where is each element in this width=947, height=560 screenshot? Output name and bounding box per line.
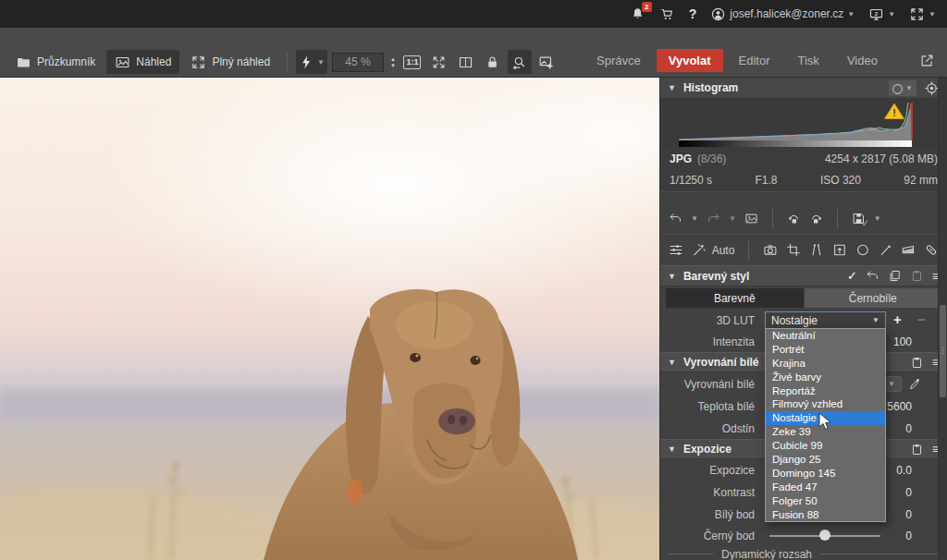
mouse-cursor [818, 412, 832, 434]
redo-icon[interactable] [707, 212, 720, 225]
radial-filter-icon[interactable] [855, 242, 870, 258]
redo-history-dropdown[interactable]: ▼ [729, 214, 736, 223]
store-button[interactable] [659, 6, 675, 22]
healing-bandaid-icon[interactable] [924, 242, 939, 258]
explorer-button[interactable]: Průzkumník [7, 50, 104, 74]
lut-option[interactable]: Django 25 [766, 453, 885, 467]
preview-button[interactable]: Náhled [106, 50, 179, 74]
fit-to-screen-button[interactable] [427, 50, 451, 74]
module-tabs: SprávceVyvolatEditorTiskVideo [584, 49, 890, 74]
lut-option[interactable]: Živé barvy [766, 371, 885, 384]
gradient-filter-icon[interactable] [901, 242, 916, 258]
tab-vyvolat[interactable]: Vyvolat [657, 49, 723, 72]
lut-option[interactable]: Folger 50 [766, 494, 885, 508]
exposure-title: Expozice [683, 443, 732, 456]
lut-option[interactable]: Reportáž [766, 384, 885, 398]
aperture: F1.8 [755, 174, 777, 187]
lut-option[interactable]: Portrét [766, 343, 885, 357]
save-button[interactable]: ✓ [852, 212, 866, 225]
adjustments-icon[interactable] [669, 242, 683, 258]
eyedropper-icon[interactable] [908, 377, 922, 391]
reset-icon[interactable] [866, 269, 879, 283]
exposure-value[interactable]: 0.0 [896, 464, 912, 477]
enabled-check-icon[interactable]: ✓ [847, 269, 857, 283]
tab-video[interactable]: Video [835, 49, 890, 72]
photo-canvas[interactable] [0, 78, 659, 560]
scrollbar-thumb[interactable] [940, 305, 946, 397]
collapse-caret-icon[interactable]: ▼ [668, 358, 676, 367]
auto-wand-icon[interactable] [692, 242, 707, 258]
color-style-panel-header[interactable]: ▼ Barevný styl ✓ ≡ [660, 265, 947, 286]
zoom-stepper[interactable]: ▲▼ [388, 56, 398, 68]
lut-select[interactable]: Nostalgie ▼ [765, 311, 886, 329]
auto-enhance-button[interactable]: Auto [712, 244, 735, 257]
tab-tisk[interactable]: Tisk [786, 49, 831, 72]
intensity-label: Intenzita [668, 335, 762, 348]
crop-icon[interactable] [786, 242, 801, 258]
tab-správce[interactable]: Správce [584, 49, 653, 72]
deform-frame-icon[interactable] [832, 242, 847, 258]
color-style-title: Barevný styl [683, 270, 749, 283]
top-bar: 2 ? josef.halicek@zoner.cz ▼ 2 ▼ ▼ [0, 0, 947, 28]
save-options-dropdown[interactable]: ▼ [874, 214, 881, 223]
lut-option[interactable]: Cubicle 99 [766, 439, 885, 453]
histogram-panel-header[interactable]: ▼ Histogram ◯▼ [660, 78, 947, 99]
tab-editor[interactable]: Editor [727, 49, 782, 72]
camera-icon[interactable] [763, 242, 778, 258]
rotate-left-icon[interactable] [787, 212, 801, 225]
collapse-caret-icon[interactable]: ▼ [668, 272, 676, 281]
histogram-plot[interactable]: ! [660, 99, 947, 148]
sidebar-scrollbar[interactable] [938, 78, 947, 560]
full-preview-button[interactable]: Plný náhled [182, 50, 278, 74]
lut-option[interactable]: Faded 47 [766, 481, 885, 494]
notifications-button[interactable]: 2 [630, 6, 646, 22]
quick-edits-button[interactable]: ▼ [296, 50, 327, 74]
original-image-icon[interactable] [744, 212, 758, 225]
tint-value[interactable]: 0 [905, 422, 912, 435]
straighten-icon[interactable] [809, 242, 824, 258]
zoom-100-button[interactable]: 1:1 [400, 50, 424, 74]
paste-icon[interactable] [910, 443, 924, 457]
user-icon [710, 6, 726, 22]
lut-option[interactable]: Filmový vzhled [766, 397, 885, 411]
chevron-down-icon: ▼ [317, 58, 325, 67]
undo-icon[interactable] [669, 212, 683, 225]
filter-brush-icon[interactable] [879, 242, 893, 258]
zoom-level-field[interactable]: 45 % [332, 53, 384, 72]
help-button[interactable]: ? [689, 6, 697, 21]
account-menu[interactable]: josef.halicek@zoner.cz ▼ [710, 6, 855, 22]
split-view-button[interactable] [454, 50, 478, 74]
lut-option[interactable]: Neutrální [766, 329, 885, 343]
lut-option[interactable]: Fusion 88 [766, 508, 885, 522]
paste-icon[interactable] [910, 269, 924, 283]
shutter-speed: 1/1250 s [670, 174, 712, 187]
temperature-value[interactable]: 5600 [887, 400, 912, 413]
tab-color[interactable]: Barevně [666, 288, 804, 308]
collapse-caret-icon[interactable]: ▼ [668, 444, 676, 454]
white-point-value[interactable]: 0 [905, 508, 912, 521]
fullscreen-menu[interactable]: ▼ [909, 6, 936, 22]
compare-loupe-button[interactable] [508, 50, 532, 74]
paste-icon[interactable] [910, 356, 924, 370]
contrast-value[interactable]: 0 [905, 486, 912, 499]
histogram-source-button[interactable]: ◯▼ [889, 80, 916, 96]
copy-icon[interactable] [888, 269, 902, 283]
lut-option[interactable]: Domingo 145 [766, 467, 885, 481]
undock-panel-button[interactable] [916, 48, 940, 72]
lock-preview-button[interactable] [481, 50, 505, 74]
black-point-slider-handle[interactable] [819, 530, 830, 541]
notification-badge: 2 [642, 2, 652, 12]
black-point-value[interactable]: 0 [905, 530, 912, 542]
preview-settings-button[interactable] [535, 50, 559, 74]
lut-option[interactable]: Krajina [766, 357, 885, 371]
white-balance-title: Vyrovnání bílé [683, 356, 759, 369]
rotate-right-icon[interactable] [809, 212, 823, 225]
collapse-caret-icon[interactable]: ▼ [668, 83, 676, 92]
remove-lut-button[interactable]: − [917, 311, 926, 327]
undo-history-dropdown[interactable]: ▼ [691, 214, 698, 223]
intensity-value[interactable]: 100 [893, 335, 912, 348]
tab-bw[interactable]: Černobíle [805, 288, 942, 308]
monitor-select-menu[interactable]: 2 ▼ [868, 6, 895, 22]
add-lut-button[interactable]: + [893, 311, 902, 327]
dynamic-range-divider[interactable]: Dynamický rozsah [660, 547, 947, 560]
